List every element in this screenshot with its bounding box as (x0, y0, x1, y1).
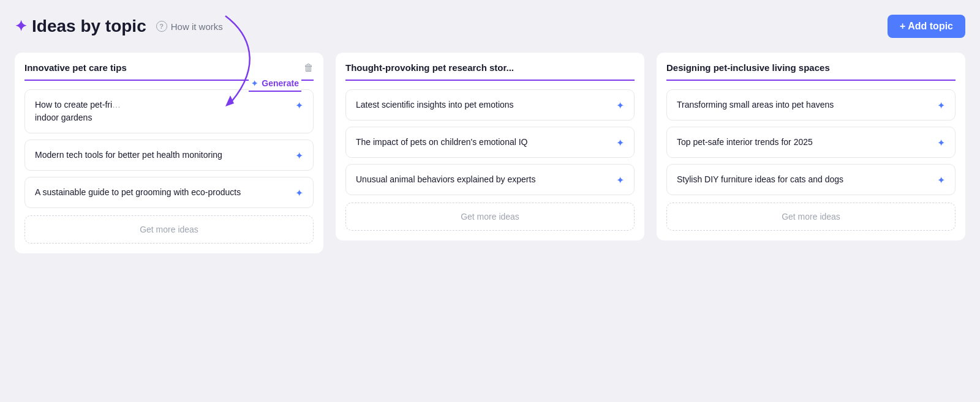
idea-sparkle-icon: ✦ (616, 137, 624, 149)
idea-card[interactable]: Transforming small areas into pet havens… (666, 89, 956, 121)
add-topic-button[interactable]: + Add topic (888, 15, 965, 38)
generate-tooltip[interactable]: ✦ Generate (249, 77, 301, 92)
idea-text: The impact of pets on children's emotion… (356, 136, 616, 149)
column-3: Designing pet-inclusive living spaces Tr… (657, 53, 965, 240)
title-text: Ideas by topic (32, 17, 146, 36)
idea-text: Unusual animal behaviors explained by ex… (356, 173, 616, 186)
column-1-header: Innovative pet care tips 🗑 ✦ Generate (24, 62, 314, 81)
generate-label: Generate (262, 78, 299, 88)
help-circle-icon: ? (156, 21, 167, 32)
idea-sparkle-icon: ✦ (616, 174, 624, 186)
header-left: ✦ Ideas by topic ? How it works (15, 17, 223, 36)
column-2-title: Thought-provoking pet research stor... (345, 62, 514, 73)
column-wrapper-1: Innovative pet care tips 🗑 ✦ Generate Ho… (15, 53, 323, 253)
delete-icon[interactable]: 🗑 (304, 62, 314, 73)
idea-card[interactable]: Top pet-safe interior trends for 2025 ✦ (666, 127, 956, 158)
column-wrapper-3: Designing pet-inclusive living spaces Tr… (657, 53, 965, 253)
column-2: Thought-provoking pet research stor... L… (336, 53, 644, 240)
how-it-works-link[interactable]: ? How it works (156, 21, 223, 32)
idea-text: Transforming small areas into pet havens (677, 99, 937, 111)
idea-card[interactable]: How to create pet-fri…indoor gardens ✦ (24, 89, 314, 133)
get-more-ideas-button[interactable]: Get more ideas (345, 203, 635, 231)
page-header: ✦ Ideas by topic ? How it works + Add to… (15, 15, 965, 38)
idea-card[interactable]: Stylish DIY furniture ideas for cats and… (666, 164, 956, 195)
idea-text: Top pet-safe interior trends for 2025 (677, 136, 937, 149)
idea-sparkle-icon: ✦ (616, 100, 624, 111)
idea-card[interactable]: Modern tech tools for better pet health … (24, 140, 314, 171)
idea-sparkle-icon: ✦ (937, 137, 945, 149)
column-1: Innovative pet care tips 🗑 ✦ Generate Ho… (15, 53, 323, 253)
idea-card[interactable]: Unusual animal behaviors explained by ex… (345, 164, 635, 195)
idea-text: How to create pet-fri…indoor gardens (35, 99, 295, 124)
how-it-works-label: How it works (171, 21, 223, 32)
idea-card[interactable]: The impact of pets on children's emotion… (345, 127, 635, 158)
get-more-ideas-button[interactable]: Get more ideas (666, 203, 956, 231)
idea-sparkle-icon: ✦ (937, 174, 945, 186)
column-1-title: Innovative pet care tips (24, 62, 127, 73)
idea-sparkle-icon: ✦ (295, 100, 303, 111)
idea-text: A sustainable guide to pet grooming with… (35, 186, 295, 199)
idea-text: Latest scientific insights into pet emot… (356, 99, 616, 111)
generate-sparkle-icon: ✦ (251, 79, 258, 88)
idea-sparkle-icon: ✦ (937, 100, 945, 111)
column-3-title: Designing pet-inclusive living spaces (666, 62, 830, 73)
idea-text: Modern tech tools for better pet health … (35, 149, 295, 162)
sparkle-icon: ✦ (15, 18, 27, 35)
columns-grid: Innovative pet care tips 🗑 ✦ Generate Ho… (15, 53, 965, 253)
column-wrapper-2: Thought-provoking pet research stor... L… (336, 53, 644, 253)
column-3-header: Designing pet-inclusive living spaces (666, 62, 956, 81)
idea-card[interactable]: Latest scientific insights into pet emot… (345, 89, 635, 121)
idea-text: Stylish DIY furniture ideas for cats and… (677, 173, 937, 186)
idea-sparkle-icon: ✦ (295, 150, 303, 162)
idea-card[interactable]: A sustainable guide to pet grooming with… (24, 177, 314, 208)
column-2-header: Thought-provoking pet research stor... (345, 62, 635, 81)
page-title: ✦ Ideas by topic (15, 17, 146, 36)
idea-sparkle-icon: ✦ (295, 187, 303, 199)
get-more-ideas-button[interactable]: Get more ideas (24, 215, 314, 244)
